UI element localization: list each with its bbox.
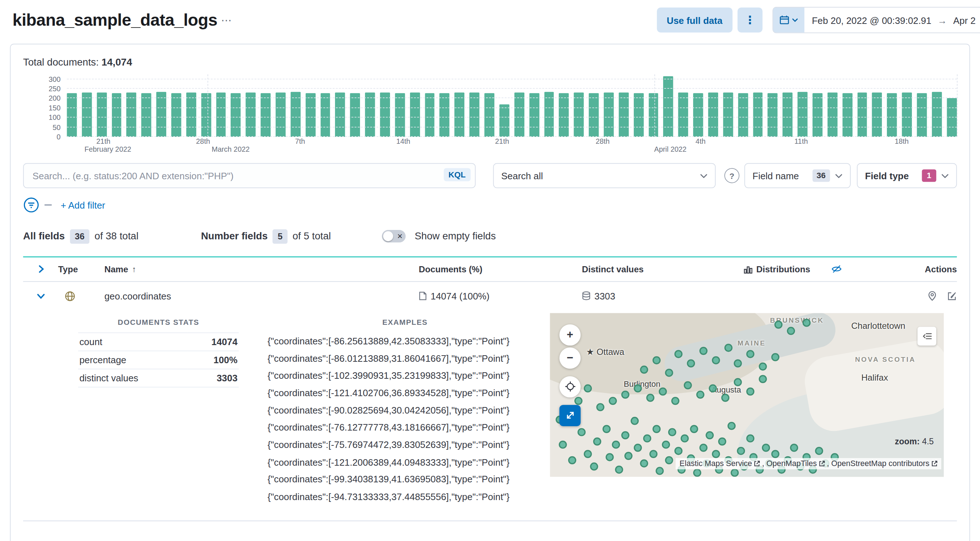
show-empty-fields-toggle[interactable]: ✕ bbox=[382, 230, 406, 243]
date-quick-select-button[interactable] bbox=[773, 8, 804, 33]
edit-field-icon[interactable] bbox=[947, 291, 957, 301]
field-row-geo-coordinates[interactable]: geo.coordinates 14074 (100%) 3303 bbox=[23, 282, 957, 310]
kebab-menu-button[interactable]: ⋮ bbox=[737, 8, 762, 33]
histogram-bar bbox=[633, 93, 643, 137]
map-point bbox=[730, 469, 738, 477]
map-point bbox=[727, 422, 735, 430]
city-marker-icon: ★ bbox=[586, 347, 594, 357]
stat-label: distinct values bbox=[78, 369, 188, 387]
histogram-bar bbox=[485, 94, 494, 137]
histogram-bar bbox=[842, 93, 852, 137]
external-link-icon bbox=[931, 461, 937, 467]
map-point bbox=[640, 365, 648, 373]
breadcrumb-options-icon[interactable]: ⋯ bbox=[221, 15, 232, 25]
histogram-bar bbox=[82, 92, 92, 137]
use-full-data-button[interactable]: Use full data bbox=[657, 8, 732, 33]
col-type[interactable]: Type bbox=[58, 264, 78, 274]
map-zoom-out-button[interactable]: − bbox=[560, 347, 581, 369]
map-zoom-indicator: zoom: 4.5 bbox=[895, 437, 934, 446]
toggle-off-x-icon: ✕ bbox=[397, 232, 403, 241]
search-all-select[interactable]: Search all bbox=[493, 163, 716, 188]
map-label-charlottetown: Charlottetown bbox=[851, 320, 905, 331]
date-range-arrow: → bbox=[938, 15, 947, 25]
distributions-chart-icon bbox=[744, 265, 752, 274]
col-name[interactable]: Name bbox=[104, 264, 128, 274]
map-label-maine: MAINE bbox=[737, 339, 765, 347]
map-legend-toggle-button[interactable] bbox=[917, 327, 936, 345]
kql-badge[interactable]: KQL bbox=[444, 168, 471, 181]
month-label: March 2022 bbox=[212, 146, 250, 153]
documents-histogram: 050100150200250300 21th28th7th14th21th28… bbox=[23, 74, 957, 153]
histogram-bar bbox=[410, 92, 420, 137]
date-range-end[interactable]: Apr 2 bbox=[953, 15, 976, 25]
chevron-down-icon bbox=[700, 173, 708, 178]
gridline bbox=[67, 98, 957, 99]
collapse-row-chevron-icon[interactable] bbox=[23, 292, 58, 300]
list-item: {"coordinates":[-121.2006389,44.09483333… bbox=[267, 453, 542, 471]
search-all-value: Search all bbox=[501, 170, 700, 181]
field-name[interactable]: geo.coordinates bbox=[104, 291, 171, 301]
all-fields-count-badge: 36 bbox=[70, 229, 89, 243]
examples-title: EXAMPLES bbox=[267, 318, 542, 327]
map-label-nova-scotia: NOVA SCOTIA bbox=[855, 356, 916, 363]
search-input[interactable] bbox=[23, 163, 476, 188]
sort-ascending-icon[interactable]: ↑ bbox=[132, 265, 136, 274]
stat-value: 14074 bbox=[188, 333, 239, 351]
histogram-bar bbox=[589, 93, 599, 137]
help-icon[interactable]: ? bbox=[724, 168, 739, 183]
field-type-filter[interactable]: Field type 1 bbox=[857, 163, 957, 188]
x-tick-label: 21th bbox=[96, 138, 110, 145]
map-point bbox=[724, 344, 732, 352]
map-point bbox=[584, 384, 592, 392]
expand-all-chevron-icon[interactable] bbox=[23, 265, 58, 273]
geo-coordinates-map[interactable]: BRUNSWICK Charlottetown MAINE NOVA SCOTI… bbox=[550, 313, 944, 477]
attribution-link[interactable]: , OpenMapTiles bbox=[762, 459, 817, 468]
map-locate-button[interactable] bbox=[560, 376, 581, 398]
chevron-down-icon bbox=[835, 173, 843, 178]
histogram-bar bbox=[857, 93, 867, 137]
gridline bbox=[67, 127, 957, 127]
attribution-link[interactable]: Elastic Maps Service bbox=[679, 459, 752, 468]
map-expand-button[interactable] bbox=[560, 405, 581, 426]
map-point bbox=[609, 397, 617, 405]
histogram-bar bbox=[738, 93, 748, 137]
map-point bbox=[606, 453, 614, 461]
list-item: {"coordinates":[-76.12777778,43.18166667… bbox=[267, 419, 542, 436]
map-point bbox=[675, 447, 682, 455]
map-attribution: Elastic Maps Service , OpenMapTiles , Op… bbox=[676, 458, 941, 469]
view-in-maps-icon[interactable] bbox=[928, 291, 937, 301]
map-point bbox=[630, 417, 638, 425]
date-range-start[interactable]: Feb 20, 2022 @ 00:39:02.91 bbox=[812, 15, 931, 25]
list-item: {"coordinates":[-102.3990931,35.23199833… bbox=[267, 367, 542, 384]
col-distinct-values[interactable]: Distinct values bbox=[582, 264, 644, 274]
eye-closed-icon[interactable] bbox=[832, 265, 842, 274]
map-zoom-in-button[interactable]: + bbox=[560, 324, 581, 345]
map-point bbox=[668, 428, 676, 436]
map-point bbox=[624, 452, 632, 460]
number-fields-total: of 5 total bbox=[293, 231, 331, 242]
field-name-filter[interactable]: Field name 36 bbox=[744, 163, 850, 188]
histogram-bar bbox=[619, 92, 628, 137]
attribution-link[interactable]: , OpenStreetMap contributors bbox=[827, 459, 929, 468]
y-tick-label: 150 bbox=[49, 104, 60, 112]
col-distributions[interactable]: Distributions bbox=[756, 264, 810, 274]
filter-dash bbox=[45, 204, 52, 205]
table-row: distinct values 3303 bbox=[78, 369, 239, 387]
map-point bbox=[697, 390, 705, 398]
map-point bbox=[709, 384, 717, 392]
col-documents[interactable]: Documents (%) bbox=[418, 264, 482, 274]
histogram-bar bbox=[425, 93, 434, 137]
all-fields-total: of 38 total bbox=[94, 231, 138, 242]
number-fields-label: Number fields bbox=[201, 231, 267, 242]
month-gridline bbox=[207, 74, 208, 137]
map-point bbox=[596, 403, 604, 411]
histogram-bar bbox=[231, 93, 241, 137]
histogram-bar bbox=[514, 92, 524, 137]
x-axis-ticks: 21th28th7th14th21th28th4th11th18th bbox=[67, 137, 957, 145]
list-item: {"coordinates":[-90.02825694,30.04242056… bbox=[267, 402, 542, 419]
add-filter-link[interactable]: + Add filter bbox=[60, 199, 105, 210]
filter-in-circle-icon[interactable] bbox=[23, 197, 40, 213]
all-fields-summary: All fields 36 of 38 total bbox=[23, 229, 138, 243]
x-tick-label: 28th bbox=[196, 138, 210, 145]
fields-table-header: Type Name ↑ Documents (%) Distinct value… bbox=[23, 258, 957, 282]
